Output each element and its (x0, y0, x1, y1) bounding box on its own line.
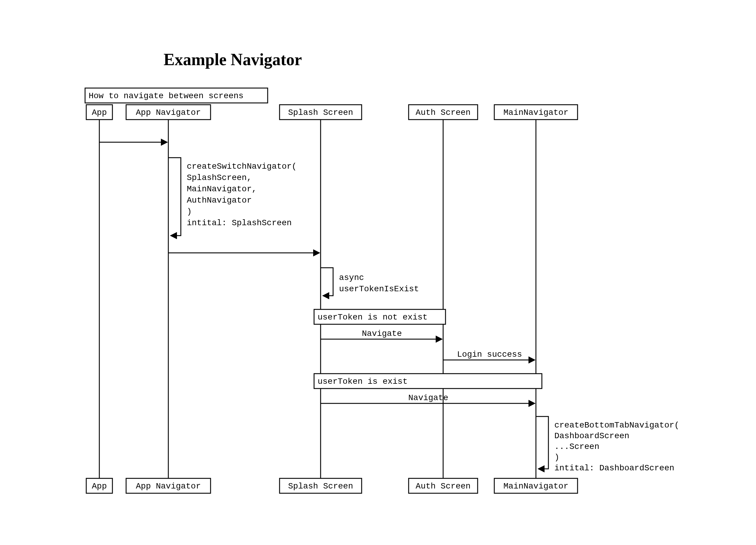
self-message-create-switch-navigator: createSwitchNavigator( SplashScreen, Mai… (168, 158, 297, 236)
participant-label-splash-top: Splash Screen (288, 108, 353, 117)
participant-label-app-top: App (92, 108, 107, 117)
sequence-diagram: How to navigate between screens AppAppAp… (0, 0, 756, 545)
participant-label-app-bottom: App (92, 482, 107, 491)
alt-fragment-exist: userToken is exist (314, 374, 542, 389)
svg-text:MainNavigator,: MainNavigator, (187, 184, 257, 194)
svg-text:DashboardScreen: DashboardScreen (554, 431, 629, 441)
svg-text:userToken is exist: userToken is exist (318, 377, 407, 386)
participant-label-appnav-bottom: App Navigator (136, 482, 201, 491)
svg-text:SplashScreen,: SplashScreen, (187, 173, 252, 182)
note-box: How to navigate between screens (85, 88, 268, 103)
svg-text:Login success: Login success (457, 350, 522, 359)
participant-label-auth-top: Auth Screen (416, 108, 471, 117)
svg-text:createBottomTabNavigator(: createBottomTabNavigator( (554, 421, 679, 430)
participant-label-mainnav-bottom: MainNavigator (504, 482, 568, 491)
arrow-login-success: Login success (443, 350, 534, 360)
self-message-create-bottom-tab-navigator: createBottomTabNavigator( DashboardScree… (536, 416, 679, 473)
svg-text:createSwitchNavigator(: createSwitchNavigator( (187, 162, 297, 171)
participant-label-appnav-top: App Navigator (136, 108, 201, 117)
participant-label-splash-bottom: Splash Screen (288, 482, 353, 491)
self-message-async-check-token: async userTokenIsExist (321, 268, 419, 296)
svg-text:userToken is not exist: userToken is not exist (318, 313, 428, 322)
participant-label-auth-bottom: Auth Screen (416, 482, 471, 491)
svg-text:async: async (339, 273, 364, 282)
svg-text:Navigate: Navigate (408, 393, 448, 403)
arrow-navigate-to-main: Navigate (321, 393, 534, 403)
svg-text:): ) (187, 207, 192, 216)
svg-text:Navigate: Navigate (362, 329, 402, 338)
svg-text:userTokenIsExist: userTokenIsExist (339, 284, 419, 294)
svg-text:How to navigate between screen: How to navigate between screens (89, 91, 244, 101)
svg-text:...Screen: ...Screen (554, 442, 599, 451)
svg-text:AuthNavigator: AuthNavigator (187, 196, 252, 205)
svg-text:intital: SplashScreen: intital: SplashScreen (187, 218, 292, 228)
arrow-navigate-to-auth: Navigate (321, 329, 441, 339)
alt-fragment-not-exist: userToken is not exist (314, 309, 446, 324)
svg-text:): ) (554, 453, 559, 462)
svg-text:intital: DashboardScreen: intital: DashboardScreen (554, 463, 674, 473)
participant-label-mainnav-top: MainNavigator (504, 108, 568, 117)
